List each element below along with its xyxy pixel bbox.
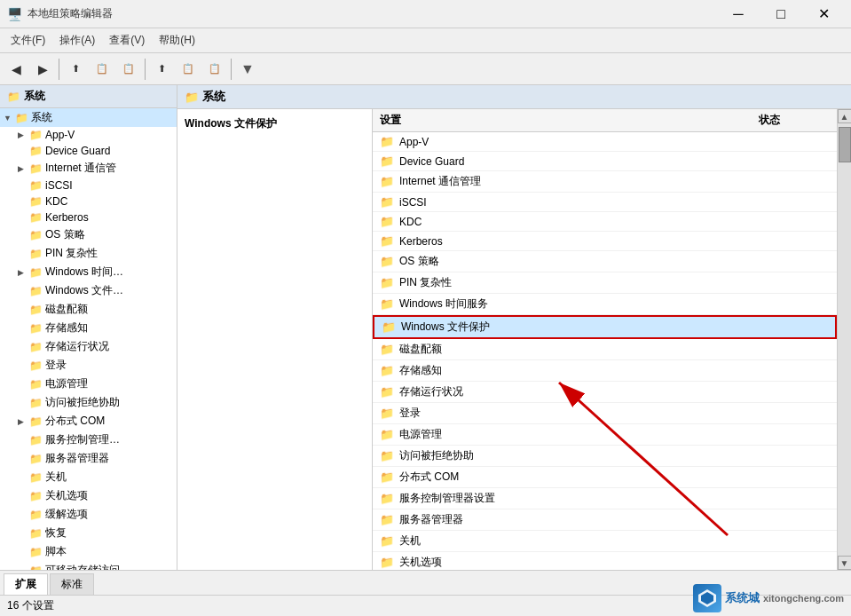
- toolbar-btn2[interactable]: 📋: [90, 57, 114, 82]
- menu-action[interactable]: 操作(A): [52, 29, 102, 51]
- tree-item-kerberos[interactable]: 📁 Kerberos: [0, 209, 177, 225]
- folder-icon: 📁: [29, 471, 43, 484]
- right-scrollbar[interactable]: ▲ ▼: [837, 109, 851, 570]
- tree-item-deviceguard[interactable]: 📁 Device Guard: [0, 143, 177, 159]
- scroll-track[interactable]: [838, 123, 852, 556]
- minimize-button[interactable]: ─: [718, 0, 759, 28]
- toolbar-forward[interactable]: ▶: [30, 57, 55, 82]
- maximize-button[interactable]: □: [760, 0, 801, 28]
- settings-item-shutdown[interactable]: 📁 关机: [373, 531, 837, 552]
- tab-expand[interactable]: 扩展: [4, 573, 48, 595]
- col-setting: 设置: [380, 113, 759, 128]
- folder-icon: 📁: [29, 266, 43, 279]
- tree-scroll[interactable]: ▼ 📁 系统 ▶ 📁 App-V 📁 Device Guard ▶: [0, 108, 177, 570]
- status-count: 16 个设置: [7, 598, 54, 613]
- tree-item-internet[interactable]: ▶ 📁 Internet 通信管: [0, 159, 177, 178]
- tree-item-storage2[interactable]: 📁 存储运行状况: [0, 337, 177, 356]
- item-label: KDC: [399, 216, 830, 228]
- settings-item-kdc[interactable]: 📁 KDC: [373, 212, 837, 232]
- tree-item-winfile[interactable]: 📁 Windows 文件…: [0, 281, 177, 300]
- item-label: iSCSI: [399, 196, 830, 209]
- item-label: 访问被拒绝协助: [399, 448, 830, 463]
- item-label: 服务器管理器: [399, 512, 830, 527]
- tab-standard[interactable]: 标准: [50, 573, 94, 595]
- tree-item-power[interactable]: 📁 电源管理: [0, 375, 177, 393]
- tree-item-access[interactable]: 📁 访问被拒绝协助: [0, 393, 177, 412]
- tree-item-servermgr[interactable]: 📁 服务器管理器: [0, 449, 177, 468]
- tree-item-dcom[interactable]: ▶ 📁 分布式 COM: [0, 412, 177, 430]
- tree-item-scm[interactable]: 📁 服务控制管理…: [0, 430, 177, 449]
- tree-item-wintime[interactable]: ▶ 📁 Windows 时间…: [0, 263, 177, 281]
- settings-item-iscsi[interactable]: 📁 iSCSI: [373, 193, 837, 212]
- watermark-icon: [697, 588, 718, 609]
- desc-panel: Windows 文件保护: [177, 109, 373, 570]
- toolbar-btn4[interactable]: ⬆: [149, 57, 174, 82]
- folder-icon: 📁: [29, 341, 43, 353]
- tree-item-diskquota[interactable]: 📁 磁盘配额: [0, 300, 177, 319]
- folder-icon: 📁: [380, 135, 394, 148]
- tree-item-storage[interactable]: 📁 存储感知: [0, 319, 177, 337]
- scroll-up[interactable]: ▲: [838, 109, 852, 123]
- settings-item-dcom[interactable]: 📁 分布式 COM: [373, 467, 837, 488]
- menu-file[interactable]: 文件(F): [4, 29, 52, 51]
- item-label: 登录: [399, 406, 830, 421]
- settings-item-wintime[interactable]: 📁 Windows 时间服务: [373, 294, 837, 315]
- tree-item-shutdown[interactable]: 📁 关机: [0, 468, 177, 486]
- settings-item-diskquota[interactable]: 📁 磁盘配额: [373, 339, 837, 360]
- settings-item-pin[interactable]: 📁 PIN 复杂性: [373, 272, 837, 294]
- tree-item-removable[interactable]: 📁 可移动存储访问…: [0, 561, 177, 570]
- settings-item-internet[interactable]: 📁 Internet 通信管理: [373, 171, 837, 193]
- tree-item-login[interactable]: 📁 登录: [0, 356, 177, 375]
- tree-item-iscsi[interactable]: 📁 iSCSI: [0, 178, 177, 193]
- arrow-icon: ▶: [18, 164, 27, 173]
- tree-item-kdc[interactable]: 📁 KDC: [0, 193, 177, 209]
- settings-item-storage2[interactable]: 📁 存储运行状况: [373, 382, 837, 403]
- item-label: 服务控制管理器设置: [399, 491, 830, 506]
- tree-item-pin[interactable]: 📁 PIN 复杂性: [0, 244, 177, 263]
- item-label: 电源管理: [399, 427, 830, 442]
- scroll-down[interactable]: ▼: [838, 556, 852, 570]
- item-label: 关机: [399, 533, 830, 549]
- folder-icon: 📁: [29, 322, 43, 335]
- settings-item-power[interactable]: 📁 电源管理: [373, 424, 837, 446]
- settings-item-shutdownopt[interactable]: 📁 关机选项: [373, 552, 837, 570]
- toolbar-btn3[interactable]: 📋: [116, 57, 141, 82]
- item-label: App-V: [399, 136, 830, 148]
- tree-item-ospolicy[interactable]: 📁 OS 策略: [0, 225, 177, 244]
- settings-item-storage1[interactable]: 📁 存储感知: [373, 360, 837, 382]
- settings-item-login[interactable]: 📁 登录: [373, 403, 837, 424]
- tree-item-mitigation[interactable]: 📁 缓解选项: [0, 505, 177, 524]
- item-label: 分布式 COM: [399, 470, 830, 485]
- tree-item-recovery[interactable]: 📁 恢复: [0, 524, 177, 542]
- settings-item-appv[interactable]: 📁 App-V: [373, 132, 837, 152]
- folder-icon: 📁: [380, 154, 394, 168]
- folder-icon: 📁: [380, 255, 394, 268]
- menu-view[interactable]: 查看(V): [102, 29, 152, 51]
- tree-item-root[interactable]: ▼ 📁 系统: [0, 108, 177, 127]
- tree-item-shutdownopt[interactable]: 📁 关机选项: [0, 486, 177, 505]
- scroll-thumb[interactable]: [839, 127, 851, 162]
- toolbar-filter[interactable]: ▼: [235, 57, 260, 82]
- toolbar-back[interactable]: ◀: [4, 57, 28, 82]
- settings-item-servermgr[interactable]: 📁 服务器管理器: [373, 509, 837, 531]
- settings-item-ospolicy[interactable]: 📁 OS 策略: [373, 251, 837, 272]
- item-label: Device Guard: [399, 155, 830, 168]
- settings-item-kerberos[interactable]: 📁 Kerberos: [373, 232, 837, 251]
- toolbar-btn1[interactable]: ⬆: [63, 57, 88, 82]
- folder-icon: 📁: [380, 297, 394, 311]
- tree-item-script[interactable]: 📁 脚本: [0, 542, 177, 561]
- tree-item-label: KDC: [45, 195, 67, 208]
- settings-item-deviceguard[interactable]: 📁 Device Guard: [373, 152, 837, 171]
- settings-panel[interactable]: 设置 状态 📁 App-V 📁 Device Guard: [373, 109, 837, 570]
- toolbar-btn6[interactable]: 📋: [202, 57, 227, 82]
- settings-item-scm[interactable]: 📁 服务控制管理器设置: [373, 488, 837, 509]
- settings-item-winfile[interactable]: 📁 Windows 文件保护: [373, 315, 837, 339]
- item-label: 关机选项: [399, 555, 830, 570]
- menu-help[interactable]: 帮助(H): [152, 29, 202, 51]
- item-label: OS 策略: [399, 254, 830, 269]
- close-button[interactable]: ✕: [803, 0, 844, 28]
- settings-item-access[interactable]: 📁 访问被拒绝协助: [373, 446, 837, 467]
- tree-item-appv[interactable]: ▶ 📁 App-V: [0, 127, 177, 143]
- folder-icon: 📁: [380, 492, 394, 505]
- toolbar-btn5[interactable]: 📋: [176, 57, 201, 82]
